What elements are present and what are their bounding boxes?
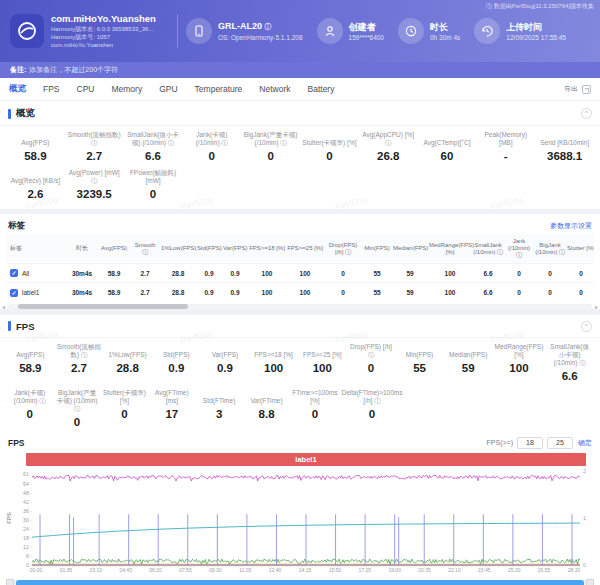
row-checkbox[interactable]: ✓: [10, 289, 18, 297]
collapse-chevron-icon[interactable]: ^: [581, 321, 592, 332]
svg-text:12:40: 12:40: [269, 567, 282, 573]
table-header-cell: Avg(FPS): [98, 234, 130, 264]
metric: Min(FPS)55: [395, 343, 444, 383]
svg-text:6: 6: [26, 553, 29, 559]
table-cell: 59: [392, 283, 428, 302]
tab-Network[interactable]: Network: [259, 84, 290, 94]
metric-value: 0: [55, 415, 98, 429]
table-row[interactable]: ✓All30m4s58.92.728.80.90.910010005559100…: [6, 264, 594, 283]
fps-threshold-label: FPS(>=): [487, 439, 513, 446]
device-os: OS: OpenHarmony-5.1.1.208: [218, 33, 303, 42]
fps-threshold-low-input[interactable]: [517, 437, 543, 449]
device-name: GRL-AL20: [218, 21, 262, 31]
metric-value: 100: [300, 361, 345, 375]
note-placeholder: 添加备注，不超过200个字符: [29, 65, 118, 75]
duration-label: 时长: [430, 21, 460, 33]
table-cell: 100: [428, 264, 472, 283]
scroll-right-arrow-icon[interactable]: ▸: [595, 303, 598, 310]
fps-card: FPS ^ Avg(FPS)58.9Smooth(流畅指数) ⓘ2.71%Low…: [0, 315, 600, 585]
metric: Std(FTime)3: [195, 389, 242, 429]
metric: 1%Low(FPS)28.8: [103, 343, 152, 383]
metric-value: 28.8: [105, 361, 150, 375]
metric: Avg(FTime) [ms]17: [148, 389, 195, 429]
upload-time-value: 12/09/2025 17:55:45: [506, 33, 566, 42]
metric-label: Avg(Power) [mW] ⓘ: [67, 169, 122, 185]
svg-text:48: 48: [23, 490, 29, 496]
metric-value: 2.7: [67, 149, 122, 163]
band-label: label1: [295, 455, 316, 464]
svg-text:18: 18: [23, 535, 29, 541]
export-label: 导出: [564, 84, 578, 94]
table-row[interactable]: ✓label130m4s58.92.728.80.90.910010005559…: [6, 283, 594, 302]
table-header-cell: 时长: [66, 234, 98, 264]
metric-label: Peak(Memory) [MB]: [478, 131, 533, 147]
tab-GPU[interactable]: GPU: [159, 84, 177, 94]
table-header-cell: Min(FPS): [362, 234, 392, 264]
table-cell: 2.7: [130, 283, 160, 302]
metric-value: 26.8: [361, 149, 416, 163]
metric-value: 3239.5: [67, 187, 122, 201]
metric-label: Send [KB/10min]: [537, 131, 592, 147]
metric-label: BigJank(严重卡顿) (/10min) ⓘ: [243, 131, 298, 147]
table-header-cell: MedRange(FPS)[%]: [428, 234, 472, 264]
svg-text:17:25: 17:25: [359, 567, 372, 573]
svg-text:30: 30: [23, 517, 29, 523]
svg-text:22:10: 22:10: [448, 567, 461, 573]
device-group: GRL-AL20 ⓘ OS: OpenHarmony-5.1.1.208: [186, 18, 303, 44]
metric-value: 0: [8, 407, 51, 421]
note-bar[interactable]: 备注: 添加备注，不超过200个字符: [0, 62, 600, 78]
metric: Jank(卡顿) (/10min) ⓘ0: [182, 131, 241, 163]
chart-horizontal-scrollbar[interactable]: [8, 580, 592, 585]
app-icon: [10, 14, 44, 48]
svg-text:28:30: 28:30: [568, 567, 581, 573]
tab-Battery[interactable]: Battery: [308, 84, 335, 94]
tab-FPS[interactable]: FPS: [43, 84, 60, 94]
svg-text:23:45: 23:45: [478, 567, 491, 573]
table-cell: 55: [362, 283, 392, 302]
scrollbar-left-handle[interactable]: [6, 579, 14, 585]
metric-label: SmallJank(微小卡顿) (/10min) ⓘ: [547, 343, 592, 367]
metric-value: 0: [349, 361, 394, 375]
metric: Avg(Power) [mW] ⓘ3239.5: [65, 169, 124, 201]
section-accent-bar: [8, 109, 11, 119]
collapse-chevron-icon[interactable]: ^: [581, 108, 592, 119]
device-info-icon[interactable]: ⓘ: [265, 23, 272, 30]
metric-value: 59: [446, 361, 491, 375]
scrollbar-right-handle[interactable]: [586, 579, 594, 585]
metric-value: 60: [420, 149, 475, 163]
tab-概览[interactable]: 概览: [9, 83, 26, 95]
tab-Memory[interactable]: Memory: [111, 84, 142, 94]
table-horizontal-scrollbar[interactable]: ◂ ▸: [8, 304, 592, 309]
svg-text:0: 0: [26, 562, 29, 568]
table-header-cell: 标签: [6, 234, 66, 264]
fps-chart-title: FPS: [8, 438, 25, 448]
metric-label: Std(FPS): [154, 343, 199, 359]
table-header-cell: Smooth ⓘ: [130, 234, 160, 264]
metric-label: Var(FTime): [245, 389, 288, 405]
metric-label: Avg(Recv) [KB/s]: [8, 169, 63, 185]
svg-text:09:30: 09:30: [209, 567, 222, 573]
row-checkbox[interactable]: ✓: [10, 269, 18, 277]
threshold-apply-button[interactable]: 确定: [578, 438, 592, 448]
tab-CPU[interactable]: CPU: [77, 84, 95, 94]
metric-label: Smooth(流畅指数) ⓘ: [67, 131, 122, 147]
table-header-cell: Var(FPS): [222, 234, 248, 264]
export-button[interactable]: 导出: [564, 84, 591, 94]
overview-metrics-row1: Avg(FPS)58.9Smooth(流畅指数) ⓘ2.7SmallJank(微…: [0, 126, 600, 167]
harmony-version-line: Harmony版本名: 6.0.0 36598533_36...: [51, 25, 169, 33]
device-icon: [186, 18, 212, 44]
metric: Drop(FPS) [/h] ⓘ0: [347, 343, 396, 383]
metric-value: 0: [342, 407, 403, 421]
tab-Temperature[interactable]: Temperature: [195, 84, 243, 94]
metric-value: 8.8: [245, 407, 288, 421]
scrollbar-thumb[interactable]: [18, 304, 188, 309]
overview-section-title: 概览: [16, 107, 35, 120]
table-cell: 6.6: [472, 264, 504, 283]
scroll-left-arrow-icon[interactable]: ◂: [2, 303, 5, 310]
table-cell: 0.9: [222, 264, 248, 283]
fps-threshold-high-input[interactable]: [547, 437, 573, 449]
param-display-settings-link[interactable]: 参数显示设置: [550, 221, 592, 231]
fps-chart[interactable]: label106121824303642485461012FPS00:0001:…: [0, 451, 600, 579]
metric-value: 0: [302, 149, 357, 163]
chart-scrollbar-thumb[interactable]: [16, 580, 584, 585]
